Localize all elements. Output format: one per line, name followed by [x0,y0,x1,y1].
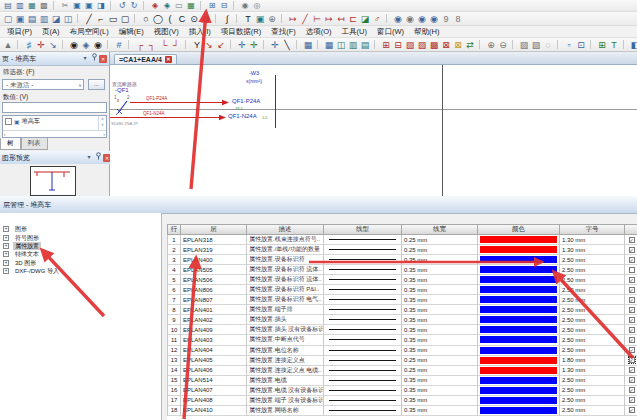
toolbar-icon[interactable]: ◉ [68,38,80,52]
toolbar-icon[interactable]: ▥ [38,12,50,26]
toolbar-icon[interactable]: ◪ [50,12,62,26]
toolbar-icon[interactable]: ↺ [116,0,128,12]
linetype-cell[interactable] [324,406,402,416]
toolbar-icon[interactable]: ⊞ [596,38,608,52]
menu-item[interactable]: 窗口(W) [372,26,409,38]
linewidth-cell[interactable]: 0.35 mm [402,285,478,295]
toolbar-icon[interactable]: ▦ [185,0,197,12]
checkbox-cell[interactable]: ✓ [625,235,637,245]
description-cell[interactable]: 属性放置.电缆 [247,376,324,386]
column-header[interactable]: 层 [181,224,247,235]
visibility-checkbox[interactable]: ✓ [629,327,635,333]
color-swatch[interactable] [480,306,558,313]
close-icon[interactable]: ✕ [99,55,107,63]
toolbar-icon[interactable]: ↻ [128,0,140,12]
fontsize-cell[interactable]: 2.50 mm [560,255,625,265]
toolbar-icon[interactable]: ╲ [281,38,293,52]
checkbox-cell[interactable] [625,265,637,275]
linewidth-cell[interactable]: 0.35 mm [402,386,478,396]
toolbar-icon[interactable]: ↘ [203,38,215,52]
checkbox-cell[interactable]: ✓ [625,295,637,305]
description-cell[interactable]: 属性放置.端子 没有设备标识符 [247,396,324,406]
color-cell[interactable] [478,346,560,356]
linetype-cell[interactable] [324,386,402,396]
toolbar-icon[interactable]: ◌ [542,38,554,52]
layer-name-cell[interactable]: EPLAN319 [181,245,247,255]
toolbar-icon[interactable]: ╱ [83,12,95,26]
color-swatch[interactable] [480,266,558,273]
toolbar-icon[interactable]: ↦ [323,12,335,26]
filter-combobox[interactable]: - 未激活 - ∨ [2,79,84,90]
column-header[interactable]: 线宽 [402,224,478,235]
linetype-cell[interactable] [324,325,402,335]
color-swatch[interactable] [480,236,558,243]
expand-icon[interactable]: + [3,235,9,241]
filter-browse-button[interactable]: ... [88,79,105,90]
checkbox-cell[interactable]: ✓ [625,346,637,356]
layer-panel-titlebar[interactable]: 层管理 - 堆高车 [0,196,637,214]
color-swatch[interactable] [480,367,558,374]
color-cell[interactable] [478,325,560,335]
checkbox-cell[interactable]: ✓ [625,406,637,416]
toolbar-icon[interactable]: ♂ [371,12,383,26]
description-cell[interactable]: 属性放置.连接定义点 电缆.. [247,366,324,376]
toolbar-icon[interactable]: ▭ [107,12,119,26]
linewidth-cell[interactable]: 0.35 mm [402,295,478,305]
fontsize-cell[interactable]: 2.50 mm [560,406,625,416]
fontsize-cell[interactable]: 2.50 mm [560,335,625,345]
description-cell[interactable]: 属性放置.中断点代号 [247,335,324,345]
color-swatch[interactable] [480,276,558,283]
toolbar-icon[interactable]: ⊕ [485,38,497,52]
table-row[interactable]: 6EPLAN806属性放置.设备标识符 P&I..0.35 mm2.50 mm✓ [167,285,637,295]
toolbar-icon[interactable]: └ [158,38,170,52]
description-cell[interactable]: 属性放置.电位名称 [247,346,324,356]
toolbar-icon[interactable]: 9 [440,12,452,26]
collapse-icon[interactable]: - [5,118,12,125]
color-swatch[interactable] [480,246,558,253]
toolbar-icon[interactable]: ✛ [269,38,281,52]
description-cell[interactable]: 属性放置.插头 [247,315,324,325]
linewidth-cell[interactable]: 0.35 mm [402,305,478,315]
layer-name-cell[interactable]: EPLAN514 [181,376,247,386]
linetype-cell[interactable] [324,376,402,386]
linetype-cell[interactable] [324,265,402,275]
schematic-canvas[interactable]: 直流断路器 -QF1 1 2 QF1-P24A QF1-P24A 78.5 QF… [110,65,637,196]
fontsize-cell[interactable]: 2.50 mm [560,396,625,406]
expand-icon[interactable]: + [3,251,9,257]
toolbar-icon[interactable]: ◯ [152,12,164,26]
description-cell[interactable]: 属性放置.连接定义点 [247,356,324,366]
menu-item[interactable]: 布局空间(L) [65,26,114,38]
visibility-checkbox[interactable]: ✓ [629,297,635,303]
color-cell[interactable] [478,265,560,275]
linewidth-cell[interactable]: 0.35 mm [402,265,478,275]
menu-item[interactable]: 查找(F) [266,26,301,38]
expand-icon[interactable]: + [3,243,9,249]
layer-name-cell[interactable]: EPLAN409 [181,325,247,335]
linetype-cell[interactable] [324,245,402,255]
checkbox-cell[interactable]: ✓ [625,376,637,386]
linetype-cell[interactable] [324,335,402,345]
fontsize-cell[interactable]: 2.50 mm [560,386,625,396]
toolbar-icon[interactable]: ▦ [26,0,38,12]
toolbar-icon[interactable]: ┌ [134,38,146,52]
checkbox-cell[interactable]: ✓ [625,275,637,285]
table-row[interactable]: 11EPLAN403属性放置.中断点代号0.35 mm2.50 mm✓ [167,335,637,345]
color-cell[interactable] [478,356,560,366]
layer-name-cell[interactable]: EPLAN807 [181,295,247,305]
pages-view-tab[interactable]: 列表 [21,138,48,150]
visibility-checkbox[interactable]: ✓ [629,277,635,283]
color-swatch[interactable] [480,256,558,263]
linewidth-cell[interactable]: 0.35 mm [402,346,478,356]
checkbox-cell[interactable]: ✓ [625,245,637,255]
visibility-checkbox[interactable]: ✓ [629,287,635,293]
toolbar-icon[interactable]: ▢ [2,12,14,26]
toolbar-icon[interactable]: ⌐ [95,12,107,26]
toolbar-icon[interactable]: ▲ [2,38,14,52]
toolbar-icon[interactable]: ✛ [35,38,47,52]
color-cell[interactable] [478,335,560,345]
linewidth-cell[interactable]: 0.35 mm [402,325,478,335]
expand-icon[interactable]: + [3,260,9,266]
toolbar-icon[interactable]: T [242,12,254,26]
description-cell[interactable]: 属性放置.设备标识符 P&I.. [247,285,324,295]
toolbar-icon[interactable]: ⊠ [452,38,464,52]
